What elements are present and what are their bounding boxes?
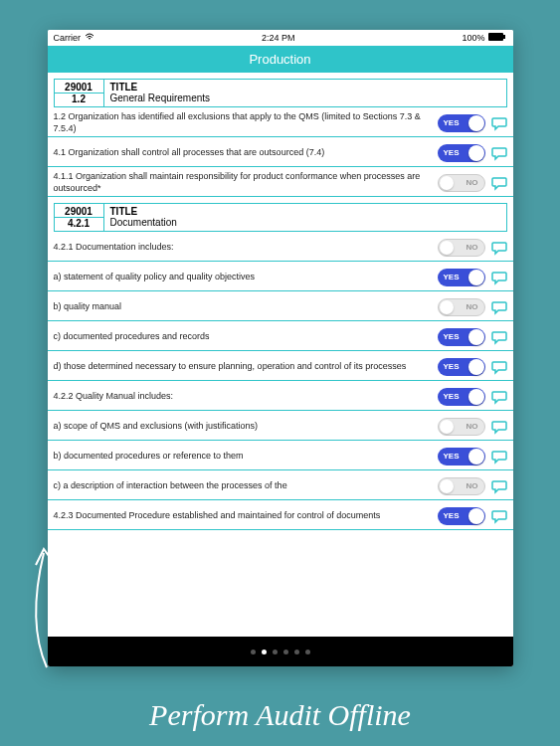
audit-row: 4.2.3 Documented Procedure established a… <box>48 500 513 530</box>
page-dot[interactable] <box>283 650 288 654</box>
audit-question: c) documented procedures and records <box>54 331 438 342</box>
comment-icon[interactable] <box>491 508 507 524</box>
audit-question: c) a description of interaction between … <box>54 480 438 491</box>
svg-rect-0 <box>488 33 503 41</box>
audit-question: a) scope of QMS and exclusions (with jus… <box>54 421 438 432</box>
toggle-no[interactable]: NO <box>438 239 485 257</box>
clock-text: 2:24 PM <box>262 33 295 43</box>
audit-row: 4.1.1 Organization shall maintain respon… <box>48 167 513 197</box>
page-dot[interactable] <box>251 650 256 654</box>
section-code: 290014.2.1 <box>55 204 104 231</box>
tutorial-arrow <box>22 543 72 676</box>
comment-icon[interactable] <box>491 419 507 435</box>
svg-rect-1 <box>503 35 505 39</box>
comment-icon[interactable] <box>491 359 507 375</box>
comment-icon[interactable] <box>491 449 507 465</box>
audit-row: 1.2 Organization has identified all excl… <box>48 107 513 137</box>
comment-icon[interactable] <box>491 240 507 256</box>
audit-row: 4.1 Organization shall control all proce… <box>48 137 513 167</box>
tutorial-caption: Perform Audit Offline <box>0 698 560 732</box>
audit-row: b) quality manualNO <box>48 291 513 321</box>
page-dot[interactable] <box>305 650 310 654</box>
page-dot[interactable] <box>262 650 267 654</box>
toggle-no[interactable]: NO <box>438 418 485 436</box>
audit-row: 4.2.2 Quality Manual includes:YES <box>48 381 513 411</box>
audit-row: 4.2.1 Documentation includes:NO <box>48 232 513 262</box>
section-title: TITLEDocumentation <box>104 204 506 231</box>
page-dot[interactable] <box>273 650 278 654</box>
section-code: 290011.2 <box>55 80 104 106</box>
audit-row: a) statement of quality policy and quali… <box>48 262 513 291</box>
page-indicator <box>48 637 513 666</box>
carrier-text: Carrier <box>54 33 82 43</box>
device-frame: Carrier 2:24 PM 100% Production 290011.2… <box>48 30 513 666</box>
toggle-no[interactable]: NO <box>438 298 485 316</box>
comment-icon[interactable] <box>491 478 507 494</box>
comment-icon[interactable] <box>491 115 507 131</box>
toggle-yes[interactable]: YES <box>438 144 485 162</box>
section-title: TITLEGeneral Requirements <box>104 80 506 106</box>
comment-icon[interactable] <box>491 145 507 161</box>
toggle-no[interactable]: NO <box>438 174 485 192</box>
audit-row: b) documented procedures or reference to… <box>48 441 513 470</box>
toggle-no[interactable]: NO <box>438 477 485 495</box>
audit-question: d) those determined necessary to ensure … <box>54 361 438 372</box>
comment-icon[interactable] <box>491 329 507 345</box>
toggle-yes[interactable]: YES <box>438 388 485 406</box>
audit-row: d) those determined necessary to ensure … <box>48 351 513 381</box>
comment-icon[interactable] <box>491 270 507 285</box>
audit-question: b) quality manual <box>54 301 438 312</box>
wifi-icon <box>85 33 94 43</box>
audit-question: 4.2.2 Quality Manual includes: <box>54 391 438 402</box>
status-bar: Carrier 2:24 PM 100% <box>48 30 513 46</box>
toggle-yes[interactable]: YES <box>438 358 485 376</box>
audit-question: 4.1.1 Organization shall maintain respon… <box>54 171 438 194</box>
audit-row: c) documented procedures and recordsYES <box>48 321 513 351</box>
battery-text: 100% <box>462 33 484 43</box>
toggle-yes[interactable]: YES <box>438 507 485 525</box>
comment-icon[interactable] <box>491 175 507 191</box>
audit-row: c) a description of interaction between … <box>48 470 513 500</box>
toggle-yes[interactable]: YES <box>438 269 485 286</box>
audit-question: b) documented procedures or reference to… <box>54 451 438 462</box>
section-header: 290011.2TITLEGeneral Requirements <box>54 79 507 107</box>
toggle-yes[interactable]: YES <box>438 114 485 132</box>
comment-icon[interactable] <box>491 389 507 405</box>
audit-question: 4.1 Organization shall control all proce… <box>54 147 438 158</box>
audit-question: a) statement of quality policy and quali… <box>54 272 438 282</box>
page-dot[interactable] <box>294 650 299 654</box>
section-header: 290014.2.1TITLEDocumentation <box>54 203 507 232</box>
content-scroll[interactable]: 290011.2TITLEGeneral Requirements1.2 Org… <box>48 73 513 637</box>
toggle-yes[interactable]: YES <box>438 448 485 466</box>
comment-icon[interactable] <box>491 299 507 315</box>
audit-question: 1.2 Organization has identified all excl… <box>54 111 438 134</box>
audit-question: 4.2.3 Documented Procedure established a… <box>54 510 438 521</box>
battery-icon <box>488 33 506 43</box>
audit-row: a) scope of QMS and exclusions (with jus… <box>48 411 513 441</box>
audit-question: 4.2.1 Documentation includes: <box>54 242 438 253</box>
toggle-yes[interactable]: YES <box>438 328 485 346</box>
app-header: Production <box>48 46 513 73</box>
page-title: Production <box>249 52 310 67</box>
